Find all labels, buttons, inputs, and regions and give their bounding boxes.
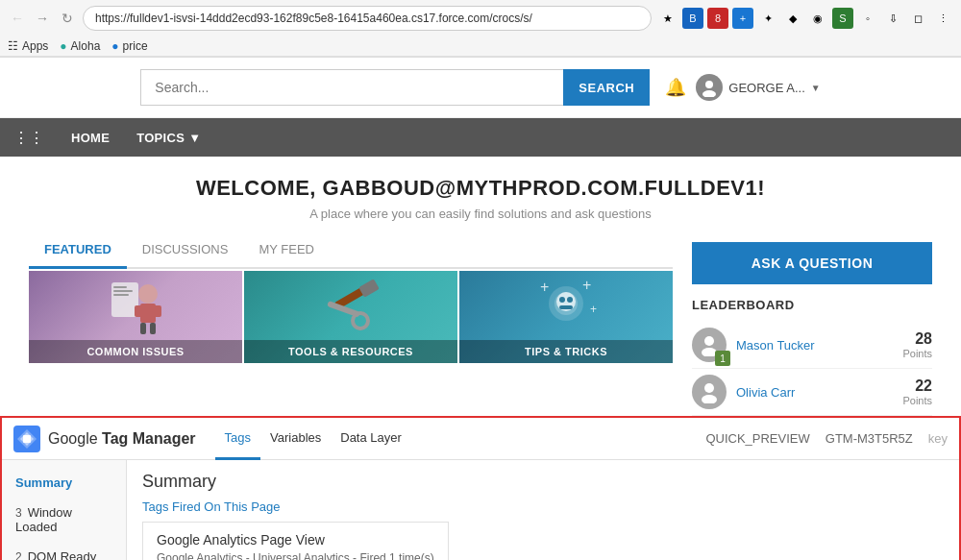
header-icons: 🔔 GEORGE A... ▼ bbox=[665, 74, 820, 101]
nav-home[interactable]: HOME bbox=[58, 118, 123, 157]
ext-icon-9[interactable]: ⇩ bbox=[882, 8, 903, 29]
ext-icon-5[interactable]: ◆ bbox=[782, 8, 803, 29]
hero-subtitle: A place where you can easily find soluti… bbox=[0, 207, 961, 221]
ask-question-button[interactable]: ASK A QUESTION bbox=[692, 242, 932, 284]
grid-icon[interactable]: ⋮⋮ bbox=[13, 129, 44, 147]
card-3-label: TIPS & TRICKS bbox=[459, 340, 673, 363]
main-content: FEATURED DISCUSSIONS MY FEED bbox=[0, 232, 961, 416]
gtm-logo-icon bbox=[13, 426, 40, 452]
gtm-panel: Google Tag Manager Tags Variables Data L… bbox=[0, 416, 961, 560]
tab-my-feed[interactable]: MY FEED bbox=[243, 232, 330, 269]
gtm-sidebar-dom-ready[interactable]: 2DOM Ready bbox=[2, 542, 126, 560]
lb-points-num-2: 22 bbox=[902, 377, 932, 395]
gtm-tag-detail: Google Analytics - Universal Analytics -… bbox=[157, 551, 434, 560]
svg-text:+: + bbox=[582, 277, 591, 293]
svg-rect-5 bbox=[113, 294, 129, 296]
tab-bar: FEATURED DISCUSSIONS MY FEED bbox=[29, 232, 673, 269]
svg-rect-9 bbox=[154, 305, 161, 317]
hero-title: WELCOME, GABBOUD@MYTHPROD.COM.FULLDEV1! bbox=[0, 176, 961, 201]
ext-icon-1[interactable]: B bbox=[682, 8, 703, 29]
gtm-id: GTM-M3T5R5Z bbox=[825, 431, 913, 446]
browser-chrome: ← → ↻ ★ B 8 + ✦ ◆ ◉ S ◦ ⇩ ◻ ⋮ ☷ Apps ● A… bbox=[0, 0, 961, 58]
gtm-tab-data-layer[interactable]: Data Layer bbox=[331, 418, 411, 460]
svg-rect-11 bbox=[150, 323, 156, 334]
gtm-header: Google Tag Manager Tags Variables Data L… bbox=[2, 418, 959, 460]
avatar bbox=[696, 74, 723, 101]
forward-button[interactable]: → bbox=[33, 9, 52, 28]
ext-icon-6[interactable]: ◉ bbox=[807, 8, 828, 29]
card-1-illustration bbox=[29, 271, 242, 344]
browser-toolbar: ← → ↻ ★ B 8 + ✦ ◆ ◉ S ◦ ⇩ ◻ ⋮ bbox=[0, 0, 961, 37]
gtm-quick-preview: QUICK_PREVIEW bbox=[705, 431, 809, 446]
search-container: SEARCH bbox=[140, 69, 650, 106]
gtm-num-3: 3 bbox=[15, 506, 22, 520]
hero-section: WELCOME, GABBOUD@MYTHPROD.COM.FULLDEV1! … bbox=[0, 157, 961, 232]
content-right: ASK A QUESTION LEADERBOARD 1 Mason Tucke… bbox=[692, 232, 932, 416]
gtm-body: Summary 3Window Loaded 2DOM Ready 1Page … bbox=[2, 460, 959, 560]
gtm-main-title: Summary bbox=[142, 472, 944, 492]
lb-points-num-1: 28 bbox=[902, 330, 932, 348]
gtm-sidebar: Summary 3Window Loaded 2DOM Ready 1Page … bbox=[2, 460, 127, 560]
price-icon: ● bbox=[111, 39, 118, 53]
lb-avatar-2 bbox=[692, 375, 727, 409]
tab-discussions[interactable]: DISCUSSIONS bbox=[127, 232, 244, 269]
leaderboard-item: 1 Mason Tucker 28 Points bbox=[692, 322, 932, 369]
nav-bar: ⋮⋮ HOME TOPICS ▼ bbox=[0, 118, 961, 157]
svg-rect-32 bbox=[23, 435, 31, 443]
site-header: SEARCH 🔔 GEORGE A... ▼ bbox=[0, 58, 961, 118]
browser-icons: ★ B 8 + ✦ ◆ ◉ S ◦ ⇩ ◻ ⋮ bbox=[657, 8, 953, 29]
svg-rect-21 bbox=[559, 305, 573, 309]
ext-icon-4[interactable]: ✦ bbox=[757, 8, 778, 29]
gtm-tag-item[interactable]: Google Analytics Page View Google Analyt… bbox=[142, 522, 449, 560]
gtm-tabs: Tags Variables Data Layer bbox=[215, 418, 411, 460]
back-button[interactable]: ← bbox=[8, 9, 27, 28]
ext-icon-2[interactable]: 8 bbox=[707, 8, 728, 29]
lb-name-2[interactable]: Olivia Carr bbox=[736, 385, 893, 400]
gtm-sidebar-window-loaded[interactable]: 3Window Loaded bbox=[2, 498, 126, 542]
more-button[interactable]: ⋮ bbox=[932, 8, 953, 29]
lb-points-label-2: Points bbox=[902, 395, 932, 406]
gtm-fired-title[interactable]: Tags Fired On This Page bbox=[142, 499, 944, 514]
page: SEARCH 🔔 GEORGE A... ▼ ⋮⋮ HOME TOPICS ▼ … bbox=[0, 58, 961, 560]
ext-icon-8[interactable]: ◦ bbox=[857, 8, 878, 29]
svg-rect-3 bbox=[113, 286, 127, 288]
ext-icon-7[interactable]: S bbox=[832, 8, 853, 29]
bookmark-aloha[interactable]: ● Aloha bbox=[60, 39, 100, 53]
ext-icon-3[interactable]: + bbox=[732, 8, 753, 29]
star-icon[interactable]: ★ bbox=[657, 8, 678, 29]
card-1-label: COMMON ISSUES bbox=[29, 340, 242, 363]
dropdown-arrow-icon: ▼ bbox=[811, 83, 821, 93]
search-button[interactable]: SEARCH bbox=[563, 69, 650, 106]
bookmark-price[interactable]: ● price bbox=[111, 39, 147, 53]
bell-icon[interactable]: 🔔 bbox=[665, 77, 686, 98]
svg-rect-4 bbox=[113, 290, 133, 292]
gtm-logo: Google Tag Manager bbox=[13, 426, 196, 452]
nav-topics[interactable]: TOPICS ▼ bbox=[123, 118, 214, 157]
tab-featured[interactable]: FEATURED bbox=[29, 232, 127, 269]
gtm-sidebar-summary[interactable]: Summary bbox=[2, 468, 126, 498]
card-common-issues[interactable]: COMMON ISSUES bbox=[29, 271, 242, 363]
gtm-right: QUICK_PREVIEW GTM-M3T5R5Z key bbox=[705, 431, 948, 446]
card-tools-resources[interactable]: TOOLS & RESOURCES bbox=[244, 271, 457, 363]
bookmark-apps[interactable]: ☷ Apps bbox=[8, 39, 48, 53]
bookmarks-bar: ☷ Apps ● Aloha ● price bbox=[0, 37, 961, 57]
svg-text:+: + bbox=[590, 303, 597, 316]
card-tips-tricks[interactable]: + + + TIPS & TRICKS bbox=[459, 271, 673, 363]
svg-point-1 bbox=[702, 90, 716, 97]
address-bar[interactable] bbox=[83, 6, 652, 31]
svg-point-20 bbox=[567, 297, 573, 303]
search-input[interactable] bbox=[140, 69, 563, 106]
featured-cards: COMMON ISSUES bbox=[29, 271, 673, 363]
apps-icon: ☷ bbox=[8, 39, 18, 53]
gtm-tab-variables[interactable]: Variables bbox=[260, 418, 331, 460]
svg-text:+: + bbox=[540, 279, 549, 295]
lb-points-1: 28 Points bbox=[902, 330, 932, 359]
leaderboard-item-2: Olivia Carr 22 Points bbox=[692, 369, 932, 416]
lb-name-1[interactable]: Mason Tucker bbox=[736, 338, 893, 353]
gtm-tab-tags[interactable]: Tags bbox=[215, 418, 260, 460]
svg-rect-7 bbox=[140, 304, 156, 323]
user-area[interactable]: GEORGE A... ▼ bbox=[696, 74, 820, 101]
ext-icon-10[interactable]: ◻ bbox=[907, 8, 928, 29]
refresh-button[interactable]: ↻ bbox=[58, 9, 77, 28]
card-2-label: TOOLS & RESOURCES bbox=[244, 340, 457, 363]
